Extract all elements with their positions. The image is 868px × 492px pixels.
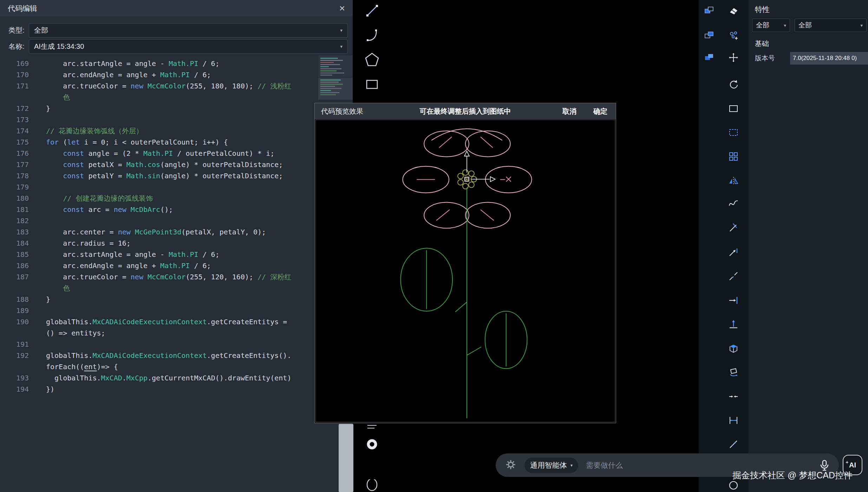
code-line[interactable]: 190globalThis.MxCADAiCodeExecutionContex… [0,316,353,327]
chevron-down-icon: ▾ [570,463,573,468]
code-line[interactable]: 194}) [0,384,353,395]
code-line[interactable]: 191 [0,339,353,350]
chevron-down-icon: ▾ [784,23,786,28]
line-number: 184 [0,238,29,249]
ai-input[interactable]: 需要做什么 [586,460,819,470]
layout-overlap-icon[interactable] [701,27,718,44]
gear-icon[interactable] [505,459,517,472]
code-line[interactable]: forEach((ent)=> { [0,361,353,372]
properties-title: 特性 [749,0,868,18]
distance-icon[interactable] [725,412,742,429]
property-row: 版本号 7.0(2025-11-18 20:48 0) [749,52,868,65]
code-line[interactable]: 174// 花瓣边缘装饰弧线（外层） [0,125,353,137]
property-value[interactable]: 7.0(2025-11-18 20:48 0) [790,52,868,65]
point-style-icon[interactable] [725,27,742,44]
move-icon[interactable] [725,49,742,66]
code-line[interactable]: 186 arc.endAngle = angle + Math.PI / 6; [0,260,353,271]
code-line[interactable]: 187 arc.trueColor = new McCmColor(255, 1… [0,271,353,282]
tile-viewports-icon[interactable] [725,148,742,165]
box-3d-icon[interactable] [725,340,742,357]
editor-scrollbar[interactable] [339,424,353,492]
viewport-icon[interactable] [725,100,742,117]
line-number: 177 [0,159,29,170]
code-line[interactable]: 169 arc.startAngle = angle - Math.PI / 6… [0,58,353,69]
ok-button[interactable]: 确定 [593,107,607,116]
code-editor-titlebar: 代码编辑 × [0,0,353,16]
code-editor-filters: 类型: 全部 ▾ 名称: AI生成 15:34:30 ▾ [0,16,353,54]
code-line[interactable]: 色 [0,282,353,294]
elevate-icon[interactable] [725,316,742,333]
code-line[interactable]: 177 const petalX = Math.cos(angle) * out… [0,159,353,170]
code-area[interactable]: 169 arc.startAngle = angle - Math.PI / 6… [0,58,353,492]
line-number: 174 [0,125,29,137]
rectangle-tool-icon[interactable] [363,75,381,94]
properties-filter-select[interactable]: 全部 ▾ [752,19,790,32]
line-number: 172 [0,103,29,114]
line-number: 190 [0,316,29,327]
arc-tool-icon[interactable] [363,26,381,45]
close-icon[interactable]: × [339,4,345,13]
eraser-icon[interactable] [725,2,742,19]
line-number: 189 [0,305,29,316]
code-line[interactable]: () => entitys; [0,327,353,339]
name-select[interactable]: AI生成 15:34:30 ▾ [29,39,348,54]
donut-tool-icon[interactable] [363,435,381,454]
layout-cascade-icon[interactable] [701,2,718,19]
code-line[interactable]: 175for (let i = 0; i < outerPetalCount; … [0,137,353,148]
code-line[interactable]: 189 [0,305,353,316]
code-line[interactable]: 182 [0,215,353,226]
line-number: 188 [0,294,29,305]
agent-selector[interactable]: 通用智能体 ▾ [524,458,578,473]
line-number: 175 [0,137,29,148]
cancel-button[interactable]: 取消 [562,107,576,116]
extend-icon[interactable] [725,244,742,261]
spline-icon[interactable] [725,195,742,212]
code-line[interactable]: 171 arc.trueColor = new McCmColor(255, 1… [0,80,353,92]
code-line[interactable]: 185 arc.startAngle = angle - Math.PI / 6… [0,249,353,260]
line-number: 171 [0,80,29,92]
join-icon[interactable] [725,388,742,405]
ai-badge-label: AI [849,461,856,469]
line-number: 176 [0,148,29,159]
line-number: 178 [0,170,29,181]
code-line[interactable]: 183 arc.center = new McGePoint3d(petalX,… [0,226,353,238]
polygon-tool-icon[interactable] [363,50,381,69]
line-number: 192 [0,350,29,361]
stretch-icon[interactable] [725,292,742,309]
code-line[interactable]: 181 const arc = new McDbArc(); [0,204,353,215]
code-line[interactable]: 172} [0,103,353,114]
minimap[interactable] [318,55,353,100]
code-line[interactable]: 色 [0,92,353,103]
break-icon[interactable] [725,268,742,285]
code-line[interactable]: 192globalThis.MxCADAiCodeExecutionContex… [0,350,353,361]
preview-dialog-titlebar: 代码预览效果 可在最终调整后插入到图纸中 取消 确定 [315,103,616,119]
layout-stack-icon[interactable] [701,49,718,66]
code-line[interactable]: 179 [0,181,353,193]
line-number: 170 [0,69,29,80]
sparkle-icon [846,458,849,466]
code-editor-title: 代码编辑 [8,4,37,13]
preview-canvas[interactable] [315,120,615,422]
properties-object-select[interactable]: 全部 ▾ [795,19,867,32]
rotate-object-icon[interactable] [725,364,742,381]
divide-icon[interactable] [725,436,742,453]
code-line[interactable]: 188} [0,294,353,305]
line-number: 180 [0,193,29,204]
code-line[interactable]: 173 [0,114,353,125]
code-line[interactable]: 176 const angle = (2 * Math.PI / outerPe… [0,148,353,159]
code-line[interactable]: 178 const petalY = Math.sin(angle) * out… [0,170,353,181]
type-select[interactable]: 全部 ▾ [29,23,348,38]
line-number: 187 [0,271,29,282]
rotate-icon[interactable] [725,76,742,93]
line-tool-icon[interactable] [363,1,381,20]
preview-dialog-title: 代码预览效果 [321,107,363,116]
code-line[interactable]: 193 globalThis.MxCAD.MxCpp.getCurrentMxC… [0,372,353,384]
code-line[interactable]: 170 arc.endAngle = angle + Math.PI / 6; [0,69,353,80]
code-line[interactable]: 180 // 创建花瓣边缘的弧线装饰 [0,193,353,204]
ellipse-tool-icon[interactable] [363,479,381,492]
mirror-icon[interactable] [725,172,742,189]
code-editor-window: 代码编辑 × 类型: 全部 ▾ 名称: AI生成 15:34:30 ▾ 169 … [0,0,353,492]
trim-icon[interactable] [725,219,742,236]
code-line[interactable]: 184 arc.radius = 16; [0,238,353,249]
selection-box-icon[interactable] [725,124,742,141]
